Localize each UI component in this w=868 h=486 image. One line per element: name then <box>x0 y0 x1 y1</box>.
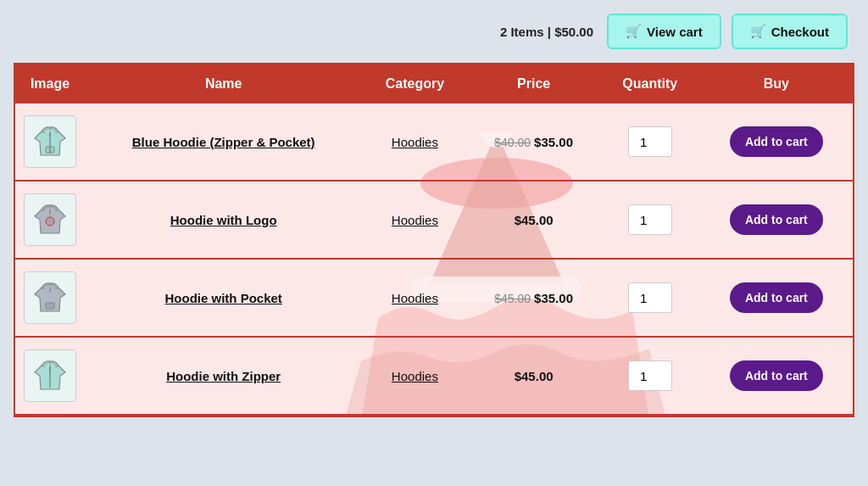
product-quantity-cell <box>600 103 700 181</box>
product-price-cell: $45.00$35.00 <box>467 259 599 337</box>
product-name-cell: Blue Hoodie (Zipper & Pocket) <box>85 103 362 181</box>
product-price-cell: $45.00 <box>467 337 599 415</box>
col-price: Price <box>467 64 599 103</box>
col-image: Image <box>15 64 85 103</box>
product-image <box>24 193 76 246</box>
col-name: Name <box>85 64 362 103</box>
add-to-cart-button[interactable]: Add to cart <box>730 360 823 391</box>
product-name-link[interactable]: Hoodie with Pocket <box>165 291 282 305</box>
quantity-input[interactable] <box>628 360 672 391</box>
svg-point-6 <box>46 217 54 226</box>
product-name-cell: Hoodie with Logo <box>85 181 362 259</box>
category-link[interactable]: Hoodies <box>392 213 438 227</box>
table-row: Hoodie with LogoHoodies$45.00Add to cart <box>15 181 853 259</box>
price-current: $45.00 <box>515 369 554 383</box>
product-image-cell <box>15 337 85 415</box>
price-original: $45.00 <box>494 292 531 305</box>
product-image <box>24 271 76 324</box>
checkout-button[interactable]: 🛒 Checkout <box>732 14 848 49</box>
table-row: Hoodie with ZipperHoodies$45.00Add to ca… <box>15 337 853 415</box>
product-category-cell: Hoodies <box>362 259 467 337</box>
product-price-cell: $45.00 <box>467 181 599 259</box>
col-quantity: Quantity <box>600 64 700 103</box>
category-link[interactable]: Hoodies <box>392 291 438 305</box>
product-image-cell <box>15 181 85 259</box>
product-name-link[interactable]: Blue Hoodie (Zipper & Pocket) <box>132 135 315 149</box>
product-name-cell: Hoodie with Zipper <box>85 337 362 415</box>
product-image-cell <box>15 259 85 337</box>
cart-icon: 🛒 <box>626 24 642 39</box>
product-image <box>24 349 76 402</box>
table-wrapper: Image Name Category Price Quantity Buy <box>14 63 854 417</box>
category-link[interactable]: Hoodies <box>392 135 438 149</box>
product-quantity-cell <box>600 259 700 337</box>
price-current: $35.00 <box>534 135 573 149</box>
product-buy-cell: Add to cart <box>700 181 853 259</box>
category-link[interactable]: Hoodies <box>392 369 438 383</box>
checkout-icon: 🛒 <box>750 24 766 39</box>
product-category-cell: Hoodies <box>362 103 467 181</box>
product-name-cell: Hoodie with Pocket <box>85 259 362 337</box>
price-current: $35.00 <box>534 291 573 305</box>
quantity-input[interactable] <box>628 204 672 235</box>
col-category: Category <box>362 64 467 103</box>
product-price-cell: $40.00$35.00 <box>467 103 599 181</box>
view-cart-button[interactable]: 🛒 View cart <box>607 14 721 49</box>
checkout-label: Checkout <box>771 25 829 39</box>
add-to-cart-button[interactable]: Add to cart <box>730 204 823 235</box>
quantity-input[interactable] <box>628 126 672 157</box>
product-buy-cell: Add to cart <box>700 259 853 337</box>
product-table: Image Name Category Price Quantity Buy <box>15 64 853 416</box>
product-name-link[interactable]: Hoodie with Logo <box>170 213 277 227</box>
product-buy-cell: Add to cart <box>700 103 853 181</box>
table-row: Hoodie with PocketHoodies$45.00$35.00Add… <box>15 259 853 337</box>
table-row: Blue Hoodie (Zipper & Pocket)Hoodies$40.… <box>15 103 853 181</box>
svg-rect-7 <box>46 303 54 309</box>
add-to-cart-button[interactable]: Add to cart <box>730 126 823 157</box>
add-to-cart-button[interactable]: Add to cart <box>730 282 823 313</box>
product-image-cell <box>15 103 85 181</box>
cart-summary: 2 Items | $50.00 <box>500 25 593 39</box>
table-header-row: Image Name Category Price Quantity Buy <box>15 64 853 103</box>
top-bar: 2 Items | $50.00 🛒 View cart 🛒 Checkout <box>14 14 854 49</box>
product-category-cell: Hoodies <box>362 181 467 259</box>
product-name-link[interactable]: Hoodie with Zipper <box>166 369 281 383</box>
view-cart-label: View cart <box>647 25 703 39</box>
product-image <box>24 115 76 168</box>
product-buy-cell: Add to cart <box>700 337 853 415</box>
product-category-cell: Hoodies <box>362 337 467 415</box>
price-current: $45.00 <box>515 213 554 227</box>
quantity-input[interactable] <box>628 282 672 313</box>
product-quantity-cell <box>600 181 700 259</box>
price-original: $40.00 <box>494 136 531 149</box>
col-buy: Buy <box>700 64 853 103</box>
product-quantity-cell <box>600 337 700 415</box>
